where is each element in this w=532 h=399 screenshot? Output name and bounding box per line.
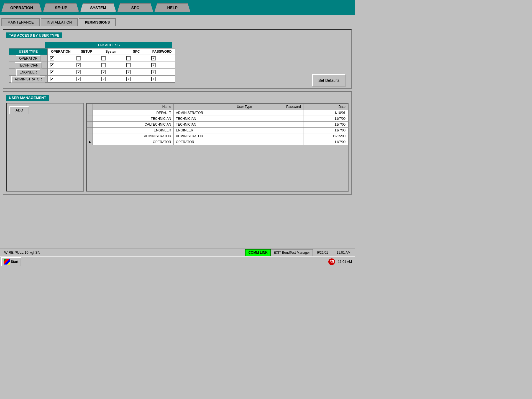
tab-setup[interactable]: SE↑UP	[43, 3, 79, 12]
tab-help[interactable]: HELP	[154, 3, 190, 12]
add-button[interactable]: ADD	[9, 106, 29, 114]
wire-status-text: WIRE PULL 10 kgf SN	[0, 250, 245, 255]
cb-operator-setup[interactable]	[74, 55, 99, 62]
tab-maintenance[interactable]: MAINTENANCE	[1, 18, 40, 26]
tab-access-header: TAB ACCESS	[45, 42, 172, 48]
row-arrow	[87, 116, 93, 122]
tab-installation[interactable]: INSTALLATION	[41, 18, 78, 26]
tab-access-panel: TAB ACCESS BY USER TYPE TAB ACCESS USER …	[3, 29, 352, 89]
cb-admin-system[interactable]	[99, 76, 124, 83]
table-header-row: Name User Type Password Date	[87, 104, 348, 110]
table-row[interactable]: DEFAULT ADMINISTRATOR 1/10/01	[87, 110, 348, 116]
col-operation: OPERATION	[48, 49, 74, 55]
user-type-cell: TECHNICIAN	[173, 116, 254, 122]
cb-admin-setup[interactable]	[74, 76, 99, 83]
cb-engineer-setup[interactable]	[74, 69, 99, 76]
tab-access-section: TAB ACCESS USER TYPE OPERATION SETUP	[6, 40, 349, 85]
permissions-table: USER TYPE OPERATION SETUP System SPC PAS…	[9, 48, 175, 83]
user-mgmt-section: ADD Name User Type Password Date	[6, 103, 349, 192]
table-row[interactable]: CALTECHNICIAN TECHNICIAN 11/7/00	[87, 122, 348, 128]
tab-system[interactable]: SYSTEM	[80, 3, 116, 12]
cb-technician-system[interactable]	[99, 62, 124, 69]
taskbar: Start ATi 11:01 AM	[0, 256, 355, 266]
start-button[interactable]: Start	[1, 257, 21, 266]
user-date-cell: 11/7/00	[303, 122, 348, 128]
col-header-name: Name	[93, 104, 174, 110]
user-date-cell: 1/10/01	[303, 110, 348, 116]
comm-link-badge: COMM LINK	[245, 249, 270, 256]
user-pwd-cell	[254, 133, 303, 139]
user-name-cell: ENGINEER	[93, 128, 174, 133]
users-table-container[interactable]: Name User Type Password Date DEFAULT ADM…	[86, 103, 349, 192]
user-type-cell: OPERATOR	[173, 139, 254, 145]
user-date-cell: 11/7/00	[303, 128, 348, 133]
col-header-password: Password	[254, 104, 303, 110]
cb-technician-password[interactable]	[149, 62, 175, 69]
tab-spc[interactable]: SPC	[117, 3, 153, 12]
user-type-header-cell: USER TYPE	[9, 49, 48, 55]
taskbar-time: 11:01 AM	[338, 260, 352, 264]
left-panel: ADD	[6, 103, 84, 192]
table-row[interactable]: ▶ OPERATOR OPERATOR 11/7/00	[87, 139, 348, 145]
cb-engineer-operation[interactable]	[48, 69, 74, 76]
user-pwd-cell	[254, 122, 303, 128]
user-mgmt-panel: USER MANAGEMENT ADD Name User Type Passw…	[3, 92, 352, 195]
col-password: PASSWORD	[149, 49, 175, 55]
col-header-arrow	[87, 104, 93, 110]
cb-engineer-system[interactable]	[99, 69, 124, 76]
cb-engineer-password[interactable]	[149, 69, 175, 76]
user-date-cell: 11/7/00	[303, 139, 348, 145]
table-row: OPERATOR	[9, 55, 175, 62]
user-type-operator: OPERATOR	[16, 55, 41, 62]
set-defaults-button[interactable]: Set Defaults	[312, 74, 346, 87]
row-arrow	[87, 110, 93, 116]
table-row[interactable]: ADMINISTRATOR ADMINISTRATOR 12/15/00	[87, 133, 348, 139]
status-bar: WIRE PULL 10 kgf SN COMM LINK EXIT BondT…	[0, 248, 355, 256]
user-type-cell: ADMINISTRATOR	[173, 133, 254, 139]
table-row[interactable]: ENGINEER ENGINEER 11/7/00	[87, 128, 348, 133]
exit-button[interactable]: EXIT BondTest Manager	[271, 249, 313, 256]
windows-logo-icon	[4, 259, 10, 265]
main-content: TAB ACCESS BY USER TYPE TAB ACCESS USER …	[0, 26, 355, 200]
user-pwd-cell	[254, 139, 303, 145]
row-arrow: ▶	[87, 139, 93, 145]
users-table: Name User Type Password Date DEFAULT ADM…	[87, 103, 348, 145]
col-system: System	[99, 49, 124, 55]
cb-engineer-spc[interactable]	[124, 69, 149, 76]
cb-admin-operation[interactable]	[48, 76, 74, 83]
cb-operator-system[interactable]	[99, 55, 124, 62]
cb-technician-operation[interactable]	[48, 62, 74, 69]
cb-technician-spc[interactable]	[124, 62, 149, 69]
taskbar-right: ATi 11:01 AM	[328, 258, 353, 265]
user-type-administrator: ADMINISTRATOR	[11, 76, 45, 83]
table-row: ENGINEER	[9, 69, 175, 76]
user-pwd-cell	[254, 116, 303, 122]
user-pwd-cell	[254, 128, 303, 133]
user-name-cell: ADMINISTRATOR	[93, 133, 174, 139]
cb-admin-spc[interactable]	[124, 76, 149, 83]
cb-admin-password[interactable]	[149, 76, 175, 83]
tab-permissions[interactable]: PERMISSIONS	[79, 18, 116, 26]
top-nav: OPERATION SE↑UP SYSTEM SPC HELP	[0, 0, 355, 15]
col-spc: SPC	[124, 49, 149, 55]
status-time: 11:01 AM	[332, 251, 355, 255]
row-arrow	[87, 128, 93, 133]
cb-operator-operation[interactable]	[48, 55, 74, 62]
status-date: 9/26/01	[313, 251, 332, 255]
user-date-cell: 12/15/00	[303, 133, 348, 139]
cb-operator-password[interactable]	[149, 55, 175, 62]
tab-operation[interactable]: OPERATION	[1, 3, 42, 12]
cb-technician-setup[interactable]	[74, 62, 99, 69]
row-arrow	[87, 133, 93, 139]
second-nav: MAINTENANCE INSTALLATION PERMISSIONS	[0, 15, 355, 26]
user-mgmt-panel-title: USER MANAGEMENT	[6, 95, 49, 101]
row-arrow	[87, 122, 93, 128]
cb-operator-spc[interactable]	[124, 55, 149, 62]
table-row[interactable]: TECHNICIAN TECHNICIAN 11/7/00	[87, 116, 348, 122]
user-name-cell: DEFAULT	[93, 110, 174, 116]
tab-access-panel-title: TAB ACCESS BY USER TYPE	[6, 32, 62, 38]
col-header-date: Date	[303, 104, 348, 110]
user-date-cell: 11/7/00	[303, 116, 348, 122]
user-type-technician: TECHNICIAN	[15, 62, 42, 69]
user-name-cell: CALTECHNICIAN	[93, 122, 174, 128]
